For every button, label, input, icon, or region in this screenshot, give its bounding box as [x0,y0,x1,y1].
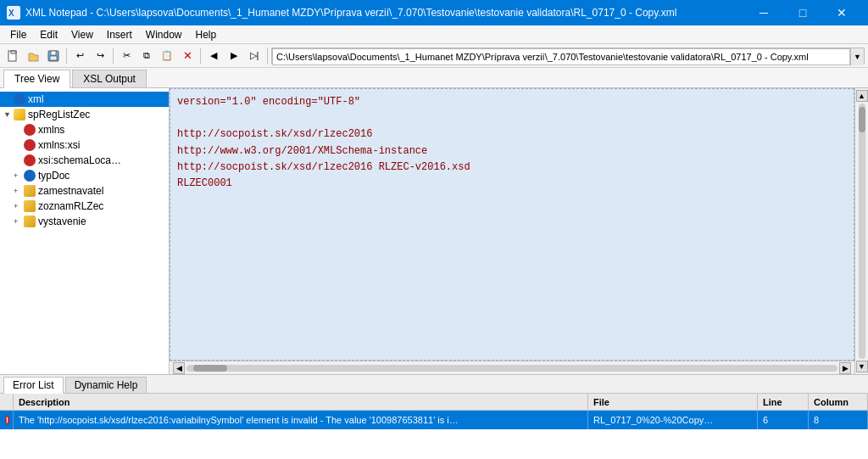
tree-item-xml[interactable]: xml [0,92,169,107]
svg-text:X: X [8,8,14,18]
tab-tree-view[interactable]: Tree View [3,70,70,88]
titlebar-left: X XML Notepad - C:\Users\lapsova\Documen… [7,6,676,20]
tree-icon-xmlns [24,124,36,136]
tab-xsl-output[interactable]: XSL Output [72,70,147,87]
scroll-up-button[interactable]: ▲ [856,90,868,102]
tree-label-zamestnavatel: zamestnavatel [38,185,103,197]
header-icon-col [0,394,14,410]
maximize-button[interactable]: □ [783,0,822,25]
error-icon: ! [5,415,9,425]
tree-item-vystavenie[interactable]: + vystavenie [0,214,169,229]
back-button[interactable]: ◀ [204,47,223,65]
xml-line-4: http://www.w3.org/2001/XMLSchema-instanc… [177,143,847,160]
forward-button[interactable]: ▶ [225,47,243,65]
horizontal-scrollbar[interactable]: ◀ ▶ [170,361,854,374]
tree-icon-vystavenie [24,216,36,227]
tree-icon-zoznamRLZec [24,200,36,212]
tree-toggle-zoznamRLZec[interactable]: + [14,202,24,210]
tree-view[interactable]: xml ▼ spRegListZec xmlns xmlns:xsi [0,88,170,374]
menu-help[interactable]: Help [189,25,224,43]
header-column: Column [809,394,868,410]
app-icon: X [7,6,20,20]
tree-item-xsi-schemaLocation[interactable]: xsi:schemaLoca… [0,153,169,168]
separator-2 [113,48,114,64]
scroll-right-button[interactable]: ▶ [839,362,851,374]
menu-insert[interactable]: Insert [100,25,139,43]
editor-container: version="1.0" encoding="UTF-8" http://so… [170,88,854,374]
tree-label-xsi-schema: xsi:schemaLoca… [38,154,121,166]
nav3-button[interactable]: ▷| [245,47,264,65]
error-cell-file: RL_0717_0%20-%20Copy… [588,411,758,429]
tree-toggle-spRegListZec[interactable]: ▼ [3,110,14,119]
error-table-header: Description File Line Column [0,394,868,411]
tree-item-xmlns[interactable]: xmlns [0,122,169,137]
separator-1 [66,48,67,64]
header-line: Line [758,394,809,410]
close-button[interactable]: ✕ [822,0,861,25]
menu-file[interactable]: File [3,25,33,43]
table-row[interactable]: ! The 'http://socpoist.sk/xsd/rlzec2016:… [0,411,868,429]
titlebar-title: XML Notepad - C:\Users\lapsova\Documents… [25,7,676,19]
vertical-scrollbar[interactable]: ▲ ▼ [854,88,868,374]
xml-url-3: http://socpoist.sk/xsd/rlzec2016 RLZEC-v… [177,161,470,173]
tree-label-zoznamRLZec: zoznamRLZec [38,200,103,212]
xml-line-blank [177,110,847,126]
undo-button[interactable]: ↩ [70,47,89,65]
scroll-track-h [186,365,837,372]
path-text: C:\Users\lapsova\Documents\_1_Humanet MZ… [276,52,809,62]
tree-icon-xml [14,93,25,105]
tree-label-typDoc: typDoc [38,170,70,182]
delete-button[interactable]: ✕ [178,47,197,65]
xml-line-3: http://socpoist.sk/xsd/rlzec2016 [177,126,847,143]
tree-icon-xmlns-xsi [24,139,36,151]
path-dropdown[interactable]: ▼ [850,48,864,65]
paste-button[interactable]: 📋 [158,47,176,65]
xml-url-1: http://socpoist.sk/xsd/rlzec2016 [177,128,372,140]
scroll-thumb-h[interactable] [193,365,227,372]
tree-item-typDoc[interactable]: + typDoc [0,168,169,183]
xml-value-rlzec: RLZEC0001 [177,177,232,189]
svg-rect-6 [51,51,56,55]
tree-label-xmlns-xsi: xmlns:xsi [38,139,80,151]
redo-button[interactable]: ↪ [91,47,109,65]
tree-icon-typDoc [24,170,36,182]
menu-view[interactable]: View [64,25,100,43]
save-button[interactable] [44,47,63,65]
tree-label-xmlns: xmlns [38,124,64,136]
error-cell-icon: ! [0,411,14,429]
xml-line-6: RLZEC0001 [177,176,847,192]
xml-editor[interactable]: version="1.0" encoding="UTF-8" http://so… [170,88,854,361]
titlebar-controls: ─ □ ✕ [744,0,861,25]
scroll-thumb-v[interactable] [859,107,865,132]
scroll-track-v [859,104,865,359]
scroll-left-button[interactable]: ◀ [173,362,185,374]
xml-attr-version: version="1.0" encoding="UTF-8" [177,96,360,108]
copy-button[interactable]: ⧉ [137,47,156,65]
error-cell-description: The 'http://socpoist.sk/xsd/rlzec2016:va… [14,411,588,429]
menu-edit[interactable]: Edit [33,25,64,43]
main-area: Tree View XSL Output xml ▼ spRegListZec [0,68,868,459]
separator-3 [200,48,201,64]
error-table: Description File Line Column ! The 'http… [0,394,868,459]
menu-window[interactable]: Window [139,25,189,43]
error-cell-column: 8 [809,411,868,429]
xml-line-5: http://socpoist.sk/xsd/rlzec2016 RLZEC-v… [177,160,847,176]
tab-dynamic-help[interactable]: Dynamic Help [65,377,147,393]
minimize-button[interactable]: ─ [744,0,783,25]
tree-toggle-zamestnavatel[interactable]: + [14,187,24,195]
tree-item-zoznamRLZec[interactable]: + zoznamRLZec [0,199,169,214]
tree-item-zamestnavatel[interactable]: + zamestnavatel [0,183,169,199]
tree-toggle-typDoc[interactable]: + [14,171,24,180]
cut-button[interactable]: ✂ [117,47,136,65]
tree-item-spRegListZec[interactable]: ▼ spRegListZec [0,107,169,122]
tree-item-xmlns-xsi[interactable]: xmlns:xsi [0,137,169,153]
scroll-down-button[interactable]: ▼ [856,361,868,372]
header-file: File [588,394,758,410]
path-box[interactable]: C:\Users\lapsova\Documents\_1_Humanet MZ… [272,48,850,65]
menubar: File Edit View Insert Window Help [0,25,868,44]
open-button[interactable] [24,47,42,65]
tab-error-list[interactable]: Error List [3,377,64,394]
tree-toggle-vystavenie[interactable]: + [14,217,24,226]
new-button[interactable] [3,47,22,65]
tree-icon-spRegListZec [14,109,25,120]
